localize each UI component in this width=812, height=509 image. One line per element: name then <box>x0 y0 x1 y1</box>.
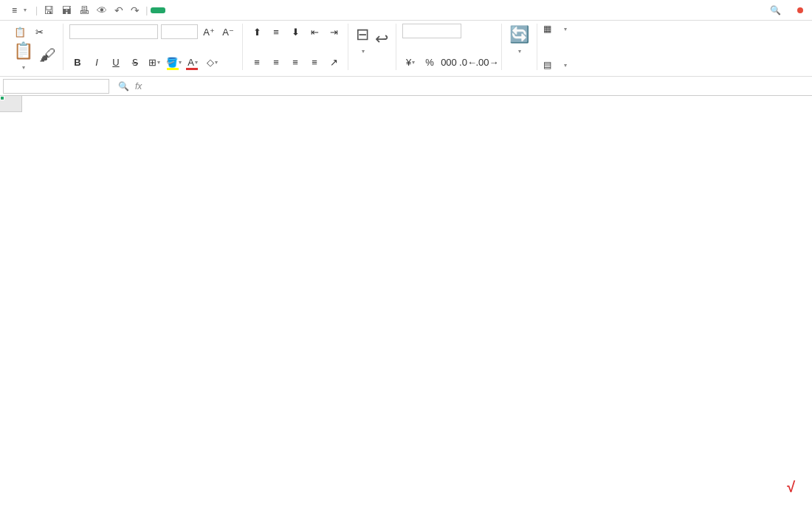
chevron-down-icon: ▾ <box>24 7 27 13</box>
font-group: A⁺ A⁻ B I U S̶ ⊞▾ 🪣▾ A▾ ◇▾ <box>63 24 243 70</box>
undo-icon[interactable]: ↶ <box>111 3 126 18</box>
align-top-icon[interactable]: ⬆ <box>249 24 265 40</box>
paste-button[interactable]: 📋 ▾ <box>12 40 35 72</box>
indent-increase-icon[interactable]: ⇥ <box>326 24 342 40</box>
fx-icon[interactable]: fx <box>135 81 142 91</box>
name-box[interactable] <box>3 79 109 94</box>
tab-insert[interactable] <box>167 7 182 13</box>
formula-input[interactable] <box>148 79 812 93</box>
format-painter-button[interactable]: 🖌 <box>38 44 57 68</box>
redo-icon[interactable]: ↷ <box>128 3 142 18</box>
styles-group: ▦ ▾ ▤ ▾ <box>537 24 573 70</box>
fill-handle[interactable] <box>0 96 4 100</box>
font-name-select[interactable] <box>69 24 158 39</box>
convert-icon: 🔄 <box>509 25 529 44</box>
separator: | <box>35 5 38 15</box>
merge-icon: ⊟ <box>356 25 369 44</box>
align-bottom-icon[interactable]: ⬇ <box>287 24 303 40</box>
justify-icon[interactable]: ≡ <box>306 54 323 70</box>
formula-bar: 🔍 fx <box>0 77 812 96</box>
watermark: √ <box>786 479 794 496</box>
hamburger-icon: ≡ <box>12 5 17 15</box>
cancel-icon[interactable]: 🔍 <box>118 81 129 91</box>
border-button[interactable]: ⊞▾ <box>146 54 162 70</box>
align-center-icon[interactable]: ≡ <box>268 54 284 70</box>
merge-wrap-group: ⊟ ▾ ↩ <box>348 24 396 70</box>
tab-layout[interactable] <box>183 7 198 13</box>
wrap-button[interactable]: ↩ <box>374 28 390 52</box>
formula-icons: 🔍 fx <box>112 81 148 91</box>
strikethrough-button[interactable]: S̶ <box>127 54 143 70</box>
clear-format-button[interactable]: ◇▾ <box>204 54 220 70</box>
align-left-icon[interactable]: ≡ <box>249 54 265 70</box>
align-middle-icon[interactable]: ≡ <box>268 24 284 40</box>
tab-member[interactable] <box>281 7 295 13</box>
underline-button[interactable]: U <box>108 54 124 70</box>
alignment-group: ⬆ ≡ ⬇ ⇤ ⇥ ≡ ≡ ≡ ≡ ↗ <box>243 24 348 70</box>
orientation-icon[interactable]: ↗ <box>326 54 342 70</box>
merge-button[interactable]: ⊟ ▾ <box>354 24 371 56</box>
increase-font-icon[interactable]: A⁺ <box>201 24 217 40</box>
percent-icon[interactable]: % <box>422 54 438 70</box>
tab-review[interactable] <box>232 7 247 13</box>
menubar: ≡ ▾ | 🖫 🖬 🖶 👁 ↶ ↷ | 🔍 <box>0 0 812 21</box>
type-convert-button[interactable]: 🔄 ▾ <box>508 24 531 56</box>
wrap-icon: ↩ <box>375 30 388 49</box>
query-anomaly-button[interactable] <box>797 7 806 13</box>
brush-icon: 🖌 <box>39 46 55 65</box>
clipboard-group: 📋 ✂ 📋 ▾ 🖌 <box>6 24 63 70</box>
comma-icon[interactable]: 000 <box>441 54 457 70</box>
print-icon[interactable]: 🖶 <box>76 3 92 18</box>
ribbon: 📋 ✂ 📋 ▾ 🖌 A⁺ A⁻ B I U S̶ ⊞▾ � <box>0 21 812 77</box>
italic-button[interactable]: I <box>89 54 105 70</box>
decimal-increase-icon[interactable]: .0← <box>460 54 476 70</box>
indent-decrease-icon[interactable]: ⇤ <box>306 24 323 40</box>
paste-icon: 📋 <box>13 41 33 60</box>
number-group: ¥▾ % 000 .0← .00→ <box>396 24 502 70</box>
search-icon: 🔍 <box>770 5 781 15</box>
table-style-icon[interactable]: ▤ <box>543 60 551 70</box>
number-format-select[interactable] <box>402 24 461 38</box>
decrease-font-icon[interactable]: A⁻ <box>220 24 236 40</box>
tab-formula[interactable] <box>199 7 214 13</box>
tab-data[interactable] <box>216 7 230 13</box>
cell-style-icon[interactable]: ▦ <box>543 24 551 34</box>
cut-icon[interactable]: ✂ <box>31 24 47 40</box>
align-right-icon[interactable]: ≡ <box>287 54 303 70</box>
copy-icon[interactable]: 📋 <box>12 24 28 40</box>
tab-devtools[interactable] <box>264 7 279 13</box>
font-color-button[interactable]: A▾ <box>185 54 201 70</box>
decimal-decrease-icon[interactable]: .00→ <box>479 54 495 70</box>
fill-color-button[interactable]: 🪣▾ <box>165 54 182 70</box>
tab-view[interactable] <box>248 7 263 13</box>
separator: | <box>145 5 148 15</box>
save-as-icon[interactable]: 🖬 <box>58 3 75 18</box>
font-size-select[interactable] <box>161 24 198 39</box>
print-preview-icon[interactable]: 👁 <box>94 3 110 18</box>
file-menu[interactable]: ≡ ▾ <box>6 4 32 17</box>
bold-button[interactable]: B <box>69 54 86 70</box>
tab-start[interactable] <box>151 7 165 13</box>
save-icon[interactable]: 🖫 <box>41 3 57 18</box>
type-convert-group: 🔄 ▾ <box>502 24 537 70</box>
currency-icon[interactable]: ¥▾ <box>402 54 419 70</box>
search-box[interactable]: 🔍 <box>770 5 784 15</box>
alert-icon <box>797 7 803 13</box>
